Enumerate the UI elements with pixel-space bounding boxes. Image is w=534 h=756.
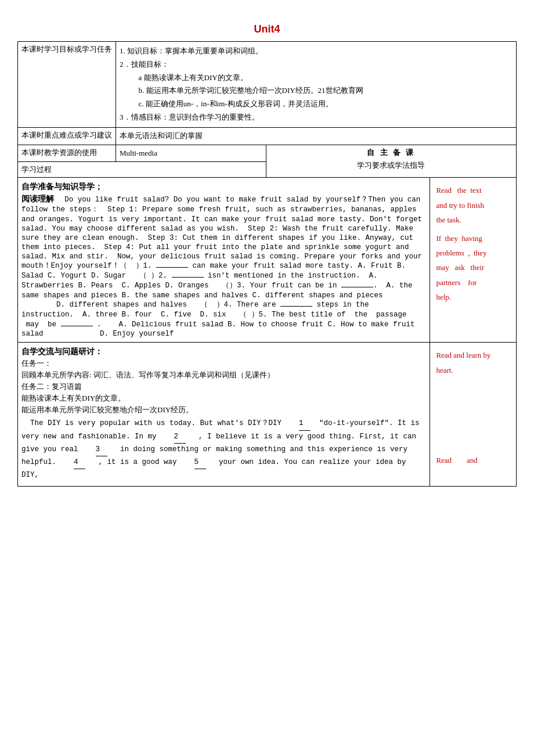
- table-row-keypoints: 本课时重点难点或学习建议 本单元语法和词汇的掌握: [18, 127, 517, 145]
- page-title: Unit4: [17, 23, 517, 35]
- objectives-label: 本课时学习目标或学习任务: [18, 42, 116, 128]
- main-content-table: 自学准备与知识导学； 阅读理解 Do you like fruit salad?…: [17, 177, 517, 486]
- process-label: 学习过程: [18, 162, 266, 178]
- task2-line2: 能运用本单元所学词汇较完整地介绍一次DIY经历。: [21, 405, 426, 415]
- section2-right: Read and learn by heart. Read and: [430, 343, 517, 486]
- task2-line1: 能熟读课本上有关DIY的文章。: [21, 393, 426, 404]
- task1-heading: 任务一：: [21, 358, 426, 369]
- section1-content: 自学准备与知识导学； 阅读理解 Do you like fruit salad?…: [18, 178, 430, 343]
- zibei-cell: 自 主 备 课 学习要求或学法指导: [266, 145, 516, 178]
- right-instruction-2: Read and learn by heart.: [434, 345, 513, 380]
- task2-passage: The DIY is very popular with us today. B…: [21, 417, 426, 481]
- resources-label: 本课时教学资源的使用: [18, 145, 116, 162]
- zibei-title: 自 主 备 课: [270, 147, 513, 158]
- main-table: 本课时学习目标或学习任务 1. 知识目标：掌握本单元重要单词和词组。 2．技能目…: [17, 41, 517, 178]
- section1-heading: 自学准备与知识导学；: [21, 182, 426, 192]
- section1-right: Read the text and try to finish the task…: [430, 178, 517, 343]
- table-row-objectives: 本课时学习目标或学习任务 1. 知识目标：掌握本单元重要单词和词组。 2．技能目…: [18, 42, 517, 128]
- section2-content: 自学交流与问题研讨： 任务一： 回顾本单元所学内容: 词汇、语法、写作等复习本单…: [18, 343, 430, 486]
- task1-content: 回顾本单元所学内容: 词汇、语法、写作等复习本单元单词和词组（见课件）: [21, 370, 426, 380]
- keypoints-label: 本课时重点难点或学习建议: [18, 127, 116, 145]
- right-instruction-3: Read and: [434, 450, 513, 470]
- section2-heading: 自学交流与问题研讨：: [21, 347, 426, 357]
- section2-row: 自学交流与问题研讨： 任务一： 回顾本单元所学内容: 词汇、语法、写作等复习本单…: [18, 343, 517, 486]
- table-row-resources: 本课时教学资源的使用 Multi-media 自 主 备 课 学习要求或学法指导: [18, 145, 517, 162]
- task2-heading: 任务二：复习语篇: [21, 381, 426, 392]
- right-instruction-1: Read the text and try to finish the task…: [434, 180, 513, 307]
- section1-row: 自学准备与知识导学； 阅读理解 Do you like fruit salad?…: [18, 178, 517, 343]
- resources-content: Multi-media: [116, 145, 266, 162]
- keypoints-content: 本单元语法和词汇的掌握: [116, 127, 517, 145]
- objectives-content: 1. 知识目标：掌握本单元重要单词和词组。 2．技能目标： a 能熟读课本上有关…: [116, 42, 517, 128]
- section1-subheading: 阅读理解 Do you like fruit salad? Do you wan…: [21, 194, 426, 338]
- zibei-subtitle: 学习要求或学法指导: [270, 160, 513, 171]
